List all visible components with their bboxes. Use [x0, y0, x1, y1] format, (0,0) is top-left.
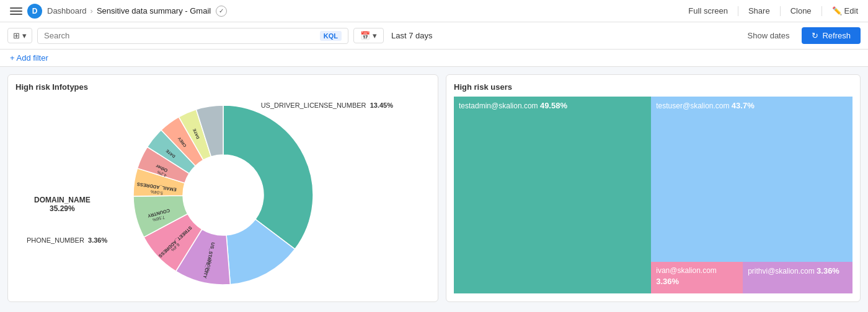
treemap-cell-pct: 43.7%	[732, 101, 755, 110]
calendar-button[interactable]: 📅 ▾	[353, 28, 384, 43]
top-nav: D Dashboard › Sensitive data summary - G…	[0, 0, 868, 22]
right-panel-title: High risk users	[454, 82, 852, 92]
pencil-icon: ✏️	[832, 6, 842, 15]
treemap-cell[interactable]: ivan@skalion.com 3.36%	[651, 262, 743, 293]
nav-actions: Full screen Share Clone ✏️ Edit	[688, 6, 858, 16]
nav-divider-3	[822, 6, 822, 16]
refresh-icon: ↻	[812, 31, 818, 40]
left-panel: High risk Infotypes US_STATE_CITY10.08%S…	[7, 74, 438, 302]
treemap-cell[interactable]: testadmin@skalion.com 49.58%	[454, 97, 651, 293]
breadcrumb-check[interactable]: ✓	[216, 6, 227, 17]
show-dates-button[interactable]: Show dates	[740, 28, 797, 43]
main-content: High risk Infotypes US_STATE_CITY10.08%S…	[0, 67, 868, 310]
add-filter-row: + Add filter	[0, 50, 868, 67]
right-panel: High risk users testadmin@skalion.com 49…	[446, 74, 861, 302]
search-input[interactable]	[44, 31, 316, 40]
nav-divider-1	[738, 6, 738, 16]
left-panel-title: High risk Infotypes	[16, 82, 430, 92]
refresh-button[interactable]: ↻ Refresh	[802, 27, 861, 44]
breadcrumb-separator: ›	[91, 6, 93, 15]
treemap-cell-label: testuser@skalion.com 43.7%	[656, 100, 754, 111]
filter-icon-button[interactable]: ⊞ ▾	[7, 28, 32, 43]
treemap-container: testadmin@skalion.com 49.58%testuser@ska…	[454, 97, 852, 293]
treemap-cell-label: prithvi@skalion.com 3.36%	[748, 266, 839, 277]
treemap-cell-pct: 49.58%	[540, 101, 567, 110]
user-avatar: D	[27, 4, 42, 19]
nav-divider-2	[780, 6, 781, 16]
fullscreen-button[interactable]: Full screen	[688, 6, 728, 15]
kql-badge[interactable]: KQL	[320, 31, 342, 41]
treemap-cell-pct: 3.36%	[656, 277, 679, 286]
clone-button[interactable]: Clone	[790, 6, 812, 15]
add-filter-button[interactable]: + Add filter	[10, 53, 858, 63]
chart-container: US_STATE_CITY10.08%STREET_ADDRESS8.4%COU…	[16, 97, 430, 293]
treemap-cell-label: ivan@skalion.com 3.36%	[656, 266, 738, 287]
treemap-cell[interactable]: prithvi@skalion.com 3.36%	[743, 262, 852, 293]
donut-chart: US_STATE_CITY10.08%STREET_ADDRESS8.4%COU…	[124, 96, 322, 294]
filter-bar: ⊞ ▾ KQL 📅 ▾ Last 7 days Show dates ↻ Ref…	[0, 22, 868, 50]
breadcrumb-current: Sensitive data summary - Gmail	[97, 6, 211, 15]
search-box[interactable]: KQL	[37, 28, 348, 44]
breadcrumb: Dashboard › Sensitive data summary - Gma…	[47, 6, 211, 15]
share-button[interactable]: Share	[748, 6, 770, 15]
calendar-chevron-icon: ▾	[373, 31, 377, 40]
time-range-label: Last 7 days	[391, 31, 433, 40]
hamburger-menu[interactable]	[10, 5, 22, 17]
svg-point-13	[183, 155, 264, 235]
filter-chevron-icon: ▾	[22, 31, 27, 40]
treemap-cell[interactable]: testuser@skalion.com 43.7%	[651, 97, 852, 262]
treemap-cell-pct: 3.36%	[817, 266, 839, 275]
filter-icon: ⊞	[13, 31, 20, 40]
label-phone-number: PHONE_NUMBER 3.36%	[27, 236, 107, 244]
edit-button[interactable]: ✏️ Edit	[832, 6, 858, 15]
calendar-icon: 📅	[360, 31, 370, 40]
refresh-label: Refresh	[822, 31, 851, 40]
treemap-cell-label: testadmin@skalion.com 49.58%	[459, 100, 567, 111]
label-driver-license: US_DRIVER_LICENSE_NUMBER 13.45%	[261, 102, 393, 109]
breadcrumb-dashboard[interactable]: Dashboard	[47, 6, 87, 15]
label-domain-name: DOMAIN_NAME35.29%	[34, 196, 91, 213]
edit-label: Edit	[844, 6, 858, 15]
